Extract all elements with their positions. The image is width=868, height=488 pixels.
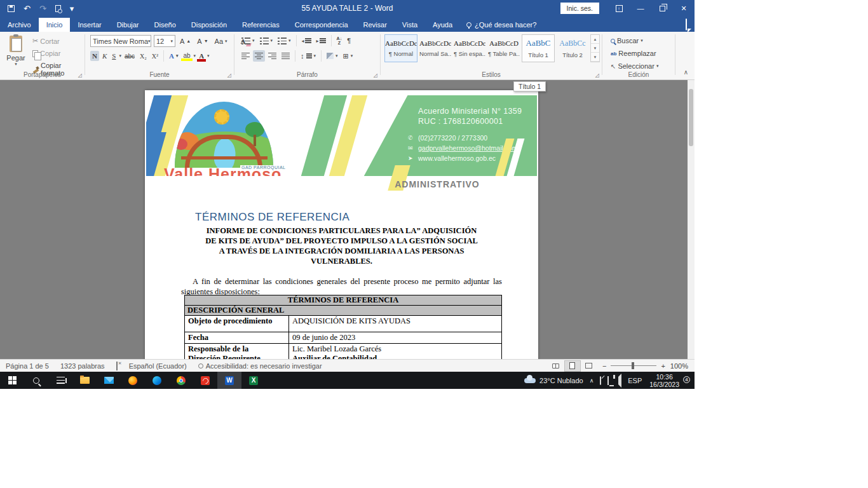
numbering-button[interactable]: ▾ [258, 36, 275, 46]
font-color-button[interactable]: A [197, 51, 206, 62]
style-normal[interactable]: AaBbCcDc ¶ Normal [384, 34, 417, 62]
pen-settings-tray-icon[interactable] [597, 377, 604, 384]
align-center-button[interactable] [253, 50, 265, 62]
tab-correspondencia[interactable]: Correspondencia [287, 18, 356, 32]
show-paragraph-marks-button[interactable]: ¶ [345, 36, 353, 46]
minimize-button[interactable]: — [630, 0, 651, 17]
collapse-ribbon-button[interactable]: ∧ [684, 69, 688, 76]
save-icon[interactable] [8, 5, 15, 12]
tab-dibujar[interactable]: Dibujar [109, 18, 147, 32]
zoom-in-button[interactable]: + [661, 362, 665, 370]
tab-vista[interactable]: Vista [395, 18, 425, 32]
justify-button[interactable] [280, 50, 292, 62]
style-sin-espaciado[interactable]: AaBbCcDc ¶ Sin espa... [453, 34, 486, 62]
tab-revisar[interactable]: Revisar [356, 18, 395, 32]
tab-disposicion[interactable]: Disposición [184, 18, 234, 32]
change-case-button[interactable]: Aa▾ [213, 36, 229, 46]
styles-gallery-more[interactable]: ▼ [591, 53, 599, 62]
copy-button[interactable]: Copiar [31, 48, 85, 58]
zoom-percentage[interactable]: 100% [670, 362, 695, 370]
print-layout-button[interactable] [564, 360, 581, 372]
multilevel-list-button[interactable]: ▾ [276, 36, 293, 46]
start-button[interactable] [0, 372, 24, 389]
grow-font-button[interactable]: A▲ [178, 36, 193, 46]
font-size-combo[interactable]: 12▾ [154, 35, 175, 47]
style-titulo-1[interactable]: AaBbC Título 1 [522, 34, 555, 62]
vertical-scrollbar[interactable] [688, 80, 695, 359]
select-button[interactable]: ↖Seleccionar▾ [609, 61, 660, 71]
show-hidden-icons-button[interactable]: ∧ [587, 377, 597, 384]
tab-archivo[interactable]: Archivo [0, 18, 39, 32]
paste-button[interactable]: Pegar ▾ [4, 34, 28, 75]
line-spacing-button[interactable]: ↕▾ [299, 51, 318, 61]
mail-button[interactable] [97, 372, 121, 389]
find-button[interactable]: Buscar▾ [609, 36, 660, 46]
word-taskbar-button[interactable]: W [217, 372, 241, 389]
clock[interactable]: 10:36 16/3/2023 [645, 373, 684, 388]
align-left-button[interactable] [240, 50, 252, 62]
shrink-font-button[interactable]: A▼ [195, 36, 210, 46]
tab-referencias[interactable]: Referencias [234, 18, 287, 32]
zoom-slider-track[interactable] [611, 365, 656, 366]
tab-diseno[interactable]: Diseño [147, 18, 184, 32]
style-table-paragraph[interactable]: AaBbCcD ¶ Table Pa... [487, 34, 520, 62]
page-indicator[interactable]: Página 1 de 5 [0, 362, 55, 370]
close-button[interactable]: ✕ [673, 0, 695, 17]
subscript-button[interactable]: X₂ [138, 51, 149, 61]
edge-button[interactable] [145, 372, 169, 389]
strikethrough-button[interactable]: abc [123, 51, 137, 61]
style-normal-sa[interactable]: AaBbCcDc Normal Sa... [419, 34, 452, 62]
shading-button[interactable]: ▾ [325, 51, 340, 60]
volume-tray-icon[interactable] [612, 377, 625, 384]
document-page[interactable]: Acuerdo Ministerial N° 1359 RUC : 176812… [145, 90, 538, 359]
highlight-dropdown[interactable]: ▾ [194, 53, 196, 58]
comments-button[interactable] [686, 19, 687, 30]
sort-button[interactable]: A↓Z [335, 35, 344, 46]
tab-ayuda[interactable]: Ayuda [425, 18, 460, 32]
styles-scroll-up[interactable]: ▲ [591, 35, 599, 44]
font-family-combo[interactable]: Times New Roma▾ [90, 35, 151, 47]
tell-me-box[interactable]: ¿Qué desea hacer? [460, 18, 543, 32]
chrome-button[interactable] [169, 372, 193, 389]
text-effects-button[interactable]: A▾ [167, 51, 180, 61]
read-mode-button[interactable] [548, 360, 564, 372]
paragraph-dialog-launcher[interactable]: ◿ [374, 72, 377, 78]
font-dialog-launcher[interactable]: ◿ [227, 72, 231, 78]
borders-button[interactable]: ⊞▾ [341, 51, 355, 62]
acrobat-button[interactable] [193, 372, 217, 389]
print-preview-icon[interactable] [55, 5, 61, 12]
taskbar-search-button[interactable] [24, 372, 48, 389]
excel-taskbar-button[interactable]: X [241, 372, 266, 389]
clipboard-dialog-launcher[interactable]: ◿ [78, 72, 82, 78]
task-view-button[interactable] [48, 372, 72, 389]
underline-button[interactable]: S [110, 51, 118, 61]
bold-button[interactable]: N [90, 51, 99, 61]
tab-insertar[interactable]: Insertar [70, 18, 109, 32]
proofing-status[interactable] [111, 362, 123, 370]
redo-icon[interactable]: ↷ [39, 4, 46, 13]
restore-button[interactable] [651, 0, 673, 17]
ribbon-display-options-button[interactable]: ↑ [608, 0, 630, 17]
file-explorer-button[interactable] [72, 372, 97, 389]
styles-dialog-launcher[interactable]: ◿ [595, 72, 599, 78]
underline-dropdown[interactable]: ▾ [119, 53, 121, 58]
word-count[interactable]: 1323 palabras [55, 362, 111, 370]
tab-inicio[interactable]: Inicio [39, 18, 71, 32]
zoom-slider-handle[interactable] [632, 362, 634, 369]
language-switcher[interactable]: ESP [625, 377, 645, 384]
styles-scroll-down[interactable]: ▼ [591, 44, 599, 53]
style-titulo-2[interactable]: AaBbCc Título 2 [556, 34, 589, 62]
replace-button[interactable]: abReemplazar [609, 48, 660, 58]
font-color-dropdown[interactable]: ▾ [207, 53, 210, 58]
language-indicator[interactable]: Español (Ecuador) [123, 362, 193, 370]
scrollbar-thumb[interactable] [689, 89, 693, 146]
web-layout-button[interactable] [581, 360, 597, 372]
cut-button[interactable]: ✂Cortar [31, 36, 85, 46]
highlight-color-button[interactable]: ab [181, 51, 192, 61]
accessibility-status[interactable]: Accesibilidad: es necesario investigar [193, 362, 328, 370]
italic-button[interactable]: K [100, 51, 109, 61]
bullets-button[interactable]: ▾ [240, 36, 257, 46]
increase-indent-button[interactable]: ▸ [315, 36, 328, 46]
undo-icon[interactable]: ↶ [24, 4, 31, 13]
network-tray-icon[interactable] [604, 377, 612, 384]
